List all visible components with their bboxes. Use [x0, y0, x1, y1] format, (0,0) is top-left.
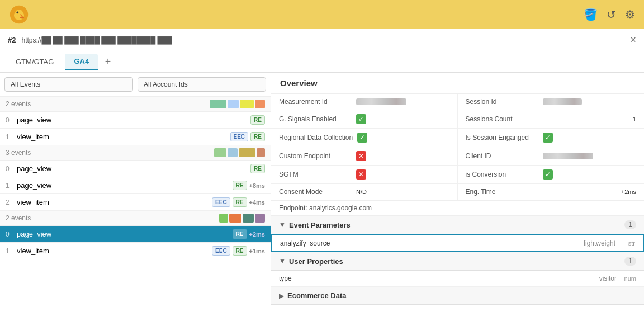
svg-point-3: [17, 12, 19, 14]
user-property-row[interactable]: type visitor num: [271, 271, 644, 287]
badge-re: RE: [233, 181, 247, 190]
measurement-id-label: Measurement Id: [279, 98, 352, 106]
close-icon[interactable]: ×: [630, 34, 636, 46]
event-parameters-title: Event Parameters: [289, 221, 624, 229]
sessions-count-label: Sessions Count: [466, 115, 538, 123]
user-properties-header[interactable]: ▼ User Properties 1: [271, 252, 644, 271]
bar-segment: [228, 148, 238, 157]
param-type: str: [621, 240, 635, 247]
event-row-selected[interactable]: 0 page_view RE +2ms: [0, 226, 271, 243]
user-properties-count: 1: [624, 257, 636, 266]
badge-ms: +2ms: [249, 231, 265, 238]
session-id-label: Session Id: [466, 98, 538, 106]
ecommerce-header[interactable]: ▶ Ecommerce Data: [271, 287, 644, 305]
client-id-label: Client ID: [466, 152, 538, 160]
measurement-id-value: [356, 98, 406, 105]
events-filter[interactable]: All Events: [4, 77, 133, 92]
event-group-header-2: 3 events: [0, 145, 271, 160]
event-index: 1: [6, 182, 17, 190]
tab-add-button[interactable]: +: [100, 54, 116, 69]
sessions-count-value: 1: [543, 116, 637, 122]
custom-endpoint-x-icon: ✕: [356, 151, 366, 161]
param-row-highlighted[interactable]: analyzify_source lightweight str: [271, 234, 644, 252]
tab-gtmgtag[interactable]: GTM/GTAG: [7, 54, 63, 69]
event-badges: EEC RE +4ms: [212, 197, 265, 207]
sgtm-label: SGTM: [279, 171, 352, 178]
bar-segment: [214, 148, 226, 157]
bar-segment: [243, 214, 254, 223]
event-row[interactable]: 0 page_view RE: [0, 160, 271, 177]
url-display: https://██ ██ ███ ████ ███ ████████ ███: [21, 36, 624, 44]
measurement-id-cell: Measurement Id: [271, 94, 458, 110]
chevron-down-icon: ▼: [279, 257, 286, 265]
bar-segment: [257, 148, 265, 157]
group-bar-3: [219, 214, 265, 223]
event-row[interactable]: 1 page_view RE +8ms: [0, 177, 271, 194]
user-properties-title: User Properties: [289, 257, 624, 266]
user-property-value: visitor: [599, 275, 617, 282]
app-logo: [9, 4, 29, 25]
right-panel: Overview Measurement Id Session Id G. Si…: [271, 73, 644, 321]
badge-eec: EEC: [230, 132, 249, 141]
user-property-name: type: [279, 275, 599, 282]
event-group-label-3: 2 events: [6, 214, 219, 222]
event-name: view_item: [17, 198, 212, 206]
bar-segment: [229, 214, 242, 223]
bar-segment: [239, 148, 255, 157]
url-bar: #2 https://██ ██ ███ ████ ███ ████████ █…: [0, 29, 644, 51]
event-row[interactable]: 1 view_item EEC RE +1ms: [0, 243, 271, 259]
event-group-label-2: 3 events: [6, 149, 214, 157]
toolbar-right: 🪣 ↺ ⚙: [584, 8, 635, 21]
badge-eec: EEC: [212, 246, 230, 256]
bar-segment: [255, 214, 265, 223]
event-index: 0: [6, 165, 17, 173]
overview-title: Overview: [271, 73, 644, 94]
event-name: page_view: [17, 230, 233, 238]
left-panel: All Events All Account Ids 2 events 0 pa…: [0, 73, 271, 321]
event-group-header-1: 2 events: [0, 97, 271, 112]
tab-ga4[interactable]: GA4: [65, 54, 98, 70]
bar-segment: [255, 100, 265, 108]
event-index: 1: [6, 133, 17, 141]
badge-ms: +8ms: [249, 182, 265, 189]
event-row[interactable]: 2 view_item EEC RE +4ms: [0, 194, 271, 211]
custom-endpoint-label: Custom Endpoint: [279, 152, 352, 160]
event-badges: RE: [250, 115, 265, 125]
account-filter[interactable]: All Account Ids: [138, 77, 266, 92]
event-group-header-3: 2 events: [0, 211, 271, 226]
refresh-icon[interactable]: ↺: [607, 8, 616, 21]
event-badges: EEC RE: [230, 132, 265, 141]
event-index: 0: [6, 230, 17, 238]
event-badges: EEC RE +1ms: [212, 246, 265, 256]
badge-re: RE: [250, 132, 265, 141]
toolbar: 🪣 ↺ ⚙: [0, 0, 644, 29]
regional-dc-label: Regional Data Collection: [279, 134, 353, 141]
badge-re: RE: [233, 197, 247, 207]
regional-dc-cell: Regional Data Collection ✓: [271, 129, 458, 147]
tab-bar: GTM/GTAG GA4 +: [0, 51, 644, 73]
event-parameters-header[interactable]: ▼ Event Parameters 1: [271, 216, 644, 234]
group-bar-1: [210, 100, 265, 108]
toolbar-left: [9, 4, 29, 25]
param-value: lightweight: [584, 239, 615, 247]
group-bar-2: [214, 148, 265, 157]
event-badges: RE +8ms: [233, 181, 265, 190]
badge-ms: +1ms: [249, 248, 265, 254]
svg-point-4: [20, 17, 24, 19]
session-id-cell: Session Id: [458, 94, 645, 110]
event-name: page_view: [17, 164, 250, 173]
bucket-icon[interactable]: 🪣: [584, 8, 598, 21]
bar-segment: [210, 100, 226, 108]
overview-grid: Measurement Id Session Id G. Signals Ena…: [271, 94, 644, 201]
event-name: view_item: [17, 247, 212, 255]
event-row[interactable]: 1 view_item EEC RE: [0, 129, 271, 145]
event-index: 1: [6, 247, 17, 255]
settings-icon[interactable]: ⚙: [625, 8, 635, 21]
client-id-cell: Client ID: [458, 147, 645, 166]
eng-time-value: +2ms: [543, 188, 637, 195]
sgtm-cell: SGTM ✕: [271, 166, 458, 184]
event-row[interactable]: 0 page_view RE: [0, 112, 271, 129]
event-name: page_view: [17, 181, 233, 190]
g-signals-check-icon: ✓: [356, 114, 366, 124]
endpoint-row: Endpoint: analytics.google.com: [271, 201, 644, 216]
